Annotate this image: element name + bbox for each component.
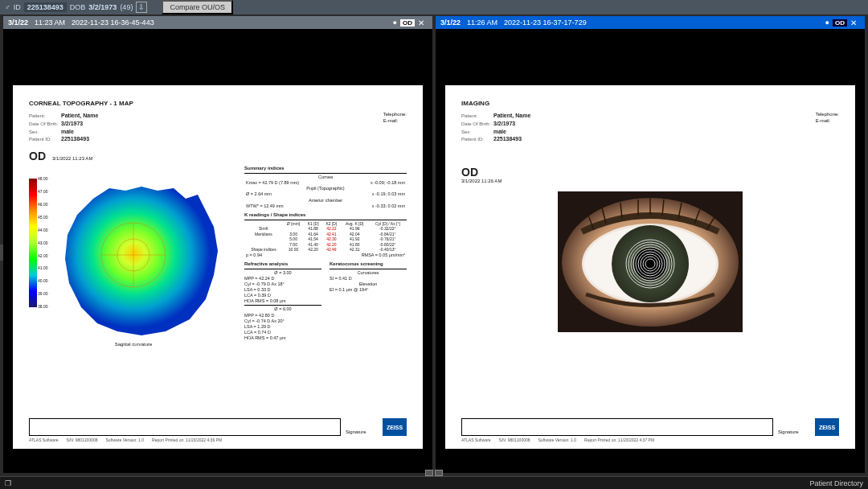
signature-box <box>29 418 341 436</box>
lbl-sex: Sex: <box>29 129 61 136</box>
lbl-email: E-mail: <box>816 118 839 125</box>
lbl-email: E-mail: <box>383 118 407 125</box>
close-icon[interactable]: ✕ <box>418 18 424 27</box>
lbl-tel: Telephone: <box>816 112 839 118</box>
val-pid: 225138493 <box>493 136 522 142</box>
pupil-hdr: Pupil (Topographic) <box>244 186 407 191</box>
svg-point-9 <box>634 248 666 280</box>
contact-block: Telephone: E-mail: <box>816 112 839 143</box>
lbl-dob: Date Of Birth: <box>29 121 61 128</box>
split-handle[interactable] <box>425 470 443 476</box>
eye-label: OD <box>461 166 478 179</box>
report-footer: ATLAS Software S/N: 9801100008 Software … <box>29 438 407 442</box>
capture-timestamp: 3/1/2022 11:23 AM <box>52 156 92 161</box>
dob-label: DOB <box>70 3 86 11</box>
report-title: CORNEAL TOPOGRAPHY - 1 MAP <box>29 100 407 107</box>
tab-file: 2022-11-23 16-37-17-729 <box>504 18 587 27</box>
workspace: 3/1/22 11:23 AM 2022-11-23 16-36-45-443 … <box>0 14 868 475</box>
tab-left[interactable]: 3/1/22 11:23 AM 2022-11-23 16-36-45-443 … <box>3 16 432 29</box>
cornea-hdr: Cornea <box>244 175 407 180</box>
kerato-title: Keratoconus screening <box>330 261 407 268</box>
lbl-sex: Sex: <box>461 129 493 136</box>
zeiss-logo: ZEISS <box>383 418 407 436</box>
tabbar-left: 3/1/22 11:23 AM 2022-11-23 16-36-45-443 … <box>3 16 432 29</box>
tab-time: 11:23 AM <box>35 18 65 27</box>
export-icon[interactable]: ⇩ <box>136 2 147 13</box>
signature-label: Signature <box>778 429 810 436</box>
tab-date: 3/1/22 <box>440 18 461 27</box>
report-footer: ATLAS Software S/N: 9801100008 Software … <box>461 438 839 442</box>
tab-right[interactable]: 3/1/22 11:26 AM 2022-11-23 16-37-17-729 … <box>436 16 865 29</box>
topography-map <box>53 179 230 339</box>
tabbar-right: 3/1/22 11:26 AM 2022-11-23 16-37-17-729 … <box>436 16 865 29</box>
signature-label: Signature <box>346 429 378 436</box>
report-title: IMAGING <box>461 100 839 107</box>
eye-indicator-od: OD <box>833 19 847 27</box>
patient-id: 225138493 <box>24 2 67 12</box>
lbl-tel: Telephone: <box>383 112 407 118</box>
val-patient: Patient, Name <box>61 113 98 118</box>
patient-age: (49) <box>120 3 133 11</box>
lbl-patient: Patient: <box>461 113 493 120</box>
tab-dot-icon: ● <box>825 18 829 27</box>
data-tables: Summary indices Cornea Kmax = 42.79 D (7… <box>244 162 407 418</box>
zeiss-logo: ZEISS <box>815 418 839 436</box>
close-icon[interactable]: ✕ <box>850 18 857 27</box>
window-icon[interactable]: ❐ <box>5 479 11 487</box>
bottom-bar: ❐ Patient Directory <box>0 476 868 489</box>
lbl-pid: Patient ID: <box>461 137 493 143</box>
map-legend: Sagittal curvature <box>29 342 238 347</box>
val-patient: Patient, Name <box>493 113 530 118</box>
lbl-dob: Date Of Birth: <box>461 121 493 128</box>
id-label: ID <box>14 3 21 11</box>
val-sex: male <box>61 129 74 134</box>
eye-image <box>558 191 743 332</box>
report-topography: CORNEAL TOPOGRAPHY - 1 MAP Patient:Patie… <box>13 85 423 449</box>
top-bar: ♂ ID 225138493 DOB 3/2/1973 (49) ⇩ Compa… <box>0 0 868 14</box>
ant-hdr: Anterior chamber <box>244 198 407 203</box>
color-scale-bar <box>29 179 37 307</box>
tab-time: 11:26 AM <box>467 18 497 27</box>
capture-timestamp: 3/1/2022 11:26 AM <box>461 179 839 183</box>
patient-info-block: Patient:Patient, Name Date Of Birth:3/2/… <box>461 112 530 143</box>
panel-left: 3/1/22 11:23 AM 2022-11-23 16-36-45-443 … <box>3 16 432 473</box>
tab-dot-icon: ● <box>393 18 397 27</box>
color-scale-labels: 48.0047.0046.0045.0044.0043.0042.0041.00… <box>38 177 48 309</box>
eye-indicator-od: OD <box>400 19 415 27</box>
lbl-pid: Patient ID: <box>29 137 61 143</box>
tab-file: 2022-11-23 16-36-45-443 <box>72 18 154 27</box>
eye-label: OD <box>29 150 46 162</box>
patient-meta: ♂ ID 225138493 DOB 3/2/1973 (49) ⇩ <box>5 2 147 13</box>
refract-title: Refractive analysis <box>244 261 321 268</box>
topography-map-area: 48.0047.0046.0045.0044.0043.0042.0041.00… <box>29 162 238 418</box>
summary-title: Summary indices <box>244 166 407 172</box>
patient-dob: 3/2/1973 <box>88 3 117 11</box>
k-readings-table: Ø [mm]K1 [D]K2 [D]Avg. K [D]Cyl [D] / Ax… <box>244 221 407 253</box>
kread-title: K readings / Shape indices <box>244 212 407 219</box>
gender-icon: ♂ <box>5 3 10 11</box>
signature-box <box>461 418 773 436</box>
val-dob: 3/2/1973 <box>61 121 83 126</box>
report-imaging: IMAGING Patient:Patient, Name Date Of Bi… <box>445 85 855 449</box>
val-dob: 3/2/1973 <box>493 121 515 126</box>
val-sex: male <box>493 129 506 134</box>
panel-right: 3/1/22 11:26 AM 2022-11-23 16-37-17-729 … <box>436 16 865 473</box>
patient-directory-link[interactable]: Patient Directory <box>809 479 863 487</box>
val-pid: 225138493 <box>61 136 89 142</box>
contact-block: Telephone: E-mail: <box>383 112 407 143</box>
patient-info-block: Patient:Patient, Name Date Of Birth:3/2/… <box>29 112 98 143</box>
compare-button[interactable]: Compare OU/OS <box>162 0 233 14</box>
tab-date: 3/1/22 <box>8 18 28 27</box>
lbl-patient: Patient: <box>29 113 61 120</box>
